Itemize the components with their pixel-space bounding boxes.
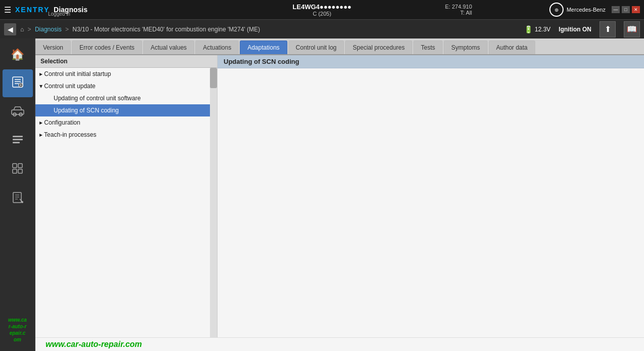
notes-icon: [11, 191, 24, 207]
sidebar-item-notes[interactable]: [3, 185, 33, 213]
title-bar-right: ⊕ Mercedes-Benz — □ ✕: [549, 3, 640, 17]
window-controls: — □ ✕: [612, 6, 640, 13]
tab-version[interactable]: Version: [35, 41, 71, 54]
bottom-watermark: www.car-auto-repair.com: [41, 336, 146, 351]
watermark-text: www.car-auto-repair.com: [4, 313, 31, 347]
content-panel: Selection ▸ Control unit initial startup…: [35, 55, 644, 337]
content-area: VersionError codes / EventsActual values…: [35, 38, 644, 351]
selection-list: ▸ Control unit initial startup▾ Control …: [35, 68, 217, 337]
scrollbar-track[interactable]: [210, 68, 217, 337]
tree-item-teach-in-processes[interactable]: ▸ Teach-in processes: [35, 129, 217, 141]
sidebar-watermark: www.car-auto-repair.com: [0, 308, 35, 351]
tree-item-updating-control-unit-software[interactable]: Updating of control unit software: [35, 92, 217, 104]
menu-icon[interactable]: ☰: [4, 5, 11, 15]
logged-in-label: Logged in: [48, 11, 70, 17]
scrollbar-thumb[interactable]: [210, 68, 217, 88]
breadcrumb: ⌂ > Diagnosis > N3/10 - Motor electronic…: [20, 26, 260, 33]
title-bar-left: ☰ XENTRY Diagnosis: [4, 5, 88, 15]
help-button[interactable]: 📖: [624, 21, 640, 37]
svg-rect-16: [18, 169, 22, 173]
maximize-button[interactable]: □: [622, 6, 630, 13]
status-right: 🔋 12.3V Ignition ON ⬆ 📖: [524, 21, 640, 37]
e-value: E: 274.910: [445, 4, 472, 10]
ignition-status: Ignition ON: [559, 26, 591, 33]
tab-adaptations[interactable]: Adaptations: [240, 41, 287, 54]
detail-pane: Updating of SCN coding: [218, 55, 644, 337]
home-icon: 🏠: [11, 48, 24, 61]
tree-item-configuration[interactable]: ▸ Configuration: [35, 116, 217, 129]
tab-error-codes--events[interactable]: Error codes / Events: [72, 41, 142, 54]
sidebar: 🏠: [0, 38, 35, 351]
tab-special-procedures[interactable]: Special procedures: [345, 41, 412, 54]
tab-author-data[interactable]: Author data: [489, 41, 535, 54]
brand-name: Mercedes-Benz: [567, 7, 606, 13]
tab-control-unit-log[interactable]: Control unit log: [288, 41, 345, 54]
error-code: C (205): [292, 11, 351, 17]
detail-content: [218, 68, 644, 337]
battery-voltage: 12.3V: [535, 26, 550, 33]
tab-actual-values[interactable]: Actual values: [143, 41, 194, 54]
title-bar: ☰ XENTRY Diagnosis Logged in LE4WG4●●●●●…: [0, 0, 644, 19]
sidebar-item-diagnosis[interactable]: [3, 69, 33, 97]
print-button[interactable]: ⬆: [599, 21, 616, 37]
svg-point-21: [21, 201, 23, 203]
tree-item-control-unit-update[interactable]: ▾ Control unit update: [35, 80, 217, 92]
sidebar-item-car[interactable]: [3, 98, 33, 126]
svg-rect-11: [13, 139, 23, 140]
tree-item-updating-scn-coding[interactable]: Updating of SCN coding: [35, 104, 217, 116]
vin-code: LE4WG4●●●●●●●●: [292, 3, 351, 11]
svg-rect-13: [13, 164, 17, 168]
vin-display: LE4WG4●●●●●●●● C (205): [292, 3, 351, 17]
detail-header: Updating of SCN coding: [218, 55, 644, 68]
breadcrumb-sep2: >: [65, 26, 70, 33]
battery-status: 🔋 12.3V: [524, 25, 550, 33]
tab-tests[interactable]: Tests: [413, 41, 443, 54]
xentry-label: XENTRY: [15, 6, 50, 14]
status-bar: ◀ ⌂ > Diagnosis > N3/10 - Motor electron…: [0, 19, 644, 38]
breadcrumb-home: ⌂: [20, 26, 24, 33]
svg-rect-14: [18, 164, 22, 168]
mercedes-circle-icon: ⊕: [549, 3, 564, 17]
breadcrumb-page: N3/10 - Motor electronics 'MED40' for co…: [72, 26, 260, 33]
svg-rect-12: [13, 142, 20, 143]
svg-rect-17: [13, 192, 21, 203]
mercedes-logo: ⊕ Mercedes-Benz: [549, 3, 606, 17]
breadcrumb-sep1: >: [28, 26, 33, 33]
selection-header: Selection: [35, 55, 217, 68]
t-value: T: All: [445, 10, 472, 16]
tree-item-control-unit-initial-startup[interactable]: ▸ Control unit initial startup: [35, 68, 217, 80]
tab-symptoms[interactable]: Symptoms: [444, 41, 488, 54]
sidebar-item-grid[interactable]: [3, 156, 33, 184]
svg-rect-15: [13, 169, 17, 173]
battery-icon: 🔋: [524, 25, 533, 33]
grid-icon: [11, 162, 24, 178]
tabs-bar: VersionError codes / EventsActual values…: [35, 38, 644, 55]
close-button[interactable]: ✕: [632, 6, 640, 13]
selection-pane: Selection ▸ Control unit initial startup…: [35, 55, 218, 337]
sidebar-item-home[interactable]: 🏠: [3, 41, 33, 68]
svg-rect-10: [13, 136, 23, 137]
sidebar-item-list[interactable]: [3, 127, 33, 155]
main-layout: 🏠: [0, 38, 644, 351]
list-icon: [11, 133, 24, 149]
breadcrumb-diagnosis[interactable]: Diagnosis: [35, 26, 62, 33]
diagnosis-icon: [11, 75, 25, 92]
e-t-values: E: 274.910 T: All: [445, 4, 472, 16]
car-icon: [10, 104, 25, 121]
back-button[interactable]: ◀: [4, 23, 16, 35]
minimize-button[interactable]: —: [612, 6, 620, 13]
tab-actuations[interactable]: Actuations: [195, 41, 239, 54]
